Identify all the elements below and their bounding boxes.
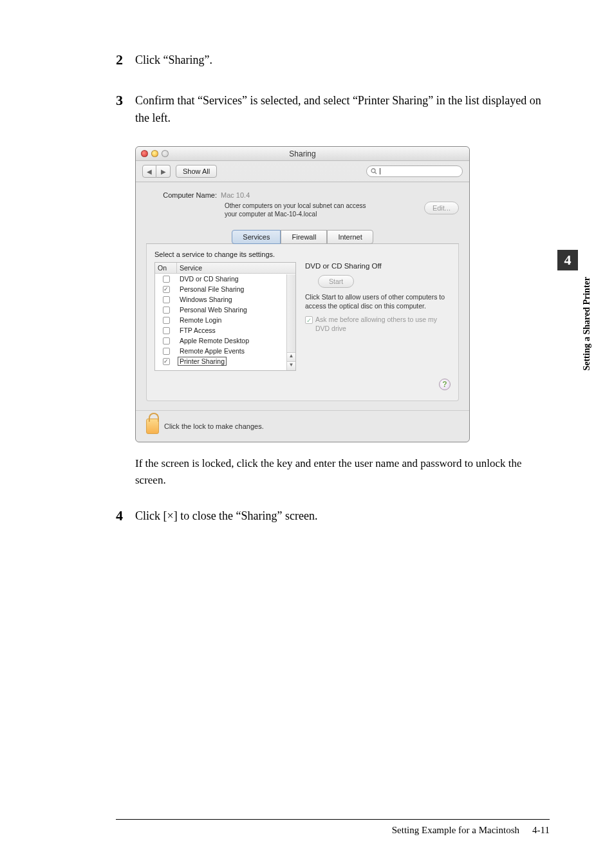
scrollbar[interactable]: ▲ ▼ (286, 274, 295, 370)
service-checkbox[interactable] (163, 348, 170, 355)
service-name: FTP Access (177, 326, 295, 334)
step-text: Click “Sharing”. (131, 52, 212, 69)
service-checkbox[interactable] (163, 276, 170, 283)
minimize-icon[interactable] (151, 150, 158, 157)
list-item[interactable]: Apple Remote Desktop (155, 335, 295, 346)
list-item[interactable]: ✓Printer Sharing (155, 356, 295, 366)
service-name: Printer Sharing (177, 357, 295, 366)
list-item[interactable]: Personal Web Sharing (155, 305, 295, 315)
list-item[interactable]: ✓Personal File Sharing (155, 284, 295, 294)
toolbar: ◀ ▶ Show All (136, 161, 469, 182)
ask-me-checkbox[interactable]: ✓ (305, 316, 313, 324)
list-item[interactable]: Windows Sharing (155, 294, 295, 305)
step-text: Click [×] to close the “Sharing” screen. (131, 507, 318, 525)
col-on[interactable]: On (155, 263, 177, 273)
services-list[interactable]: On Service DVD or CD Sharing✓Personal Fi… (154, 262, 296, 371)
chapter-tab: 4 (557, 250, 578, 270)
list-item[interactable]: Remote Apple Events (155, 346, 295, 356)
lock-icon[interactable] (146, 419, 159, 434)
footer-page: 4-11 (532, 825, 550, 836)
service-name: Personal Web Sharing (177, 306, 295, 314)
computer-name-label: Computer Name: (146, 191, 221, 199)
back-button[interactable]: ◀ (142, 165, 156, 178)
chapter-label: Setting a Shared Printer (582, 277, 592, 371)
scroll-up-button[interactable]: ▲ (287, 352, 295, 361)
service-checkbox[interactable] (163, 327, 170, 334)
computer-address-info: Other computers on your local subnet can… (225, 202, 419, 218)
zoom-icon[interactable] (162, 150, 169, 157)
service-name: Remote Login (177, 316, 295, 324)
service-description: Click Start to allow users of other comp… (305, 293, 451, 310)
service-checkbox[interactable] (163, 317, 170, 324)
step-number: 4 (116, 507, 131, 525)
list-item[interactable]: DVD or CD Sharing (155, 274, 295, 284)
lock-text: Click the lock to make changes. (164, 422, 264, 430)
sharing-window: Sharing ◀ ▶ Show All Computer Name: Mac … (135, 146, 470, 442)
step-text: Confirm that “Services” is selected, and… (131, 92, 550, 127)
service-checkbox[interactable]: ✓ (163, 286, 170, 293)
window-title: Sharing (136, 149, 469, 158)
ask-me-label: Ask me before allowing others to use my … (315, 316, 451, 333)
start-button[interactable]: Start (318, 275, 354, 288)
list-item[interactable]: Remote Login (155, 315, 295, 325)
computer-name-value[interactable]: Mac 10.4 (221, 191, 250, 199)
tab-services[interactable]: Services (232, 230, 281, 244)
edit-button[interactable]: Edit... (424, 202, 459, 214)
service-status-title: DVD or CD Sharing Off (305, 262, 451, 270)
close-icon[interactable] (141, 150, 148, 157)
service-name: Apple Remote Desktop (177, 337, 295, 344)
list-item[interactable]: FTP Access (155, 325, 295, 335)
tab-firewall[interactable]: Firewall (281, 230, 327, 244)
step-number: 2 (116, 52, 131, 69)
step-number: 3 (116, 92, 131, 127)
select-service-label: Select a service to change its settings. (154, 250, 451, 258)
service-name: DVD or CD Sharing (177, 275, 295, 283)
scroll-down-button[interactable]: ▼ (287, 361, 295, 370)
forward-button[interactable]: ▶ (156, 165, 171, 178)
service-checkbox[interactable] (163, 307, 170, 314)
footer-section: Setting Example for a Macintosh (392, 825, 519, 836)
service-name: Personal File Sharing (177, 285, 295, 293)
step-note: If the screen is locked, click the key a… (116, 455, 550, 488)
help-button[interactable]: ? (439, 379, 451, 390)
service-checkbox[interactable]: ✓ (163, 358, 170, 365)
service-name: Windows Sharing (177, 296, 295, 303)
titlebar: Sharing (136, 147, 469, 161)
col-service[interactable]: Service (177, 263, 295, 273)
service-name: Remote Apple Events (177, 347, 295, 355)
search-input[interactable] (366, 165, 463, 177)
service-checkbox[interactable] (163, 337, 170, 344)
service-checkbox[interactable] (163, 296, 170, 303)
svg-line-1 (375, 173, 377, 175)
svg-point-0 (371, 169, 375, 173)
search-icon (371, 168, 377, 175)
tab-internet[interactable]: Internet (327, 230, 373, 244)
show-all-button[interactable]: Show All (176, 165, 217, 178)
